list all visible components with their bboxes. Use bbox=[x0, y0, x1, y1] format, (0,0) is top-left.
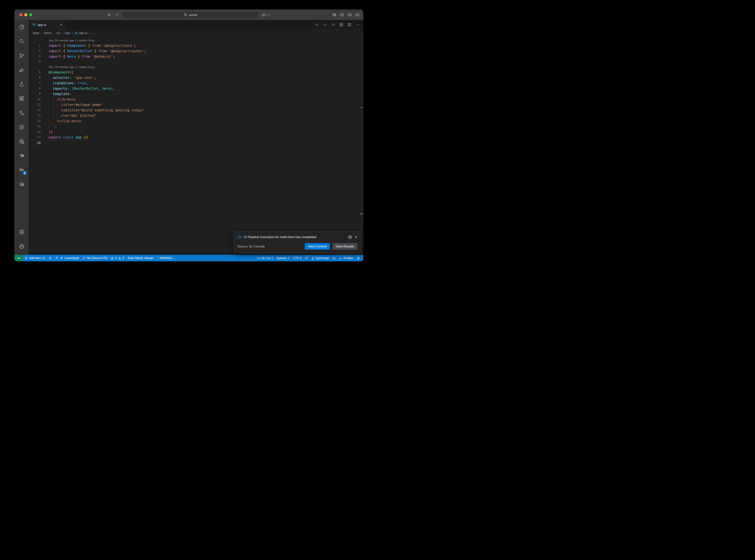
traffic-minimize-button[interactable] bbox=[24, 13, 27, 16]
notification-gear-icon[interactable] bbox=[348, 235, 352, 239]
vscode-window: acme N>2 TS app.ts ✕ apps›demo›src bbox=[15, 9, 363, 261]
status-item-problems[interactable]: 00 bbox=[109, 255, 126, 261]
code-line-11[interactable]: 11title="Welcmoe demo" bbox=[28, 102, 363, 107]
tab-close-icon[interactable]: ✕ bbox=[60, 23, 62, 26]
status-item-remote-indicator[interactable]: >< bbox=[15, 255, 23, 261]
toggle-primary-sidebar-icon[interactable] bbox=[340, 13, 344, 17]
window-controls bbox=[19, 13, 32, 16]
tab-app-ts[interactable]: TS app.ts ✕ bbox=[28, 20, 65, 29]
code-line-14[interactable]: 14></lib-hero> bbox=[28, 118, 363, 124]
toggle-panel-icon[interactable] bbox=[347, 13, 352, 17]
codelens-blame[interactable]: You, 26 minutes ago | 1 author (You) bbox=[28, 65, 363, 69]
status-item-gitlens-commit-graph[interactable] bbox=[47, 255, 54, 261]
open-previous-change-icon[interactable] bbox=[315, 23, 319, 27]
breadcrumb-item-app[interactable]: app bbox=[65, 31, 70, 35]
status-item-language-mode[interactable]: {}TypeScript bbox=[310, 255, 331, 261]
codelens-blame[interactable]: You, 26 minutes ago | 1 author (You) bbox=[28, 38, 363, 43]
status-item-indentation[interactable]: Spaces: 2 bbox=[275, 255, 291, 261]
open-next-change-icon[interactable] bbox=[331, 23, 335, 27]
breadcrumb-item-demo[interactable]: demo bbox=[44, 31, 52, 35]
braces-icon: {} bbox=[312, 256, 314, 260]
line-number: 8 bbox=[28, 86, 41, 91]
activity-item-nx-graph[interactable] bbox=[15, 120, 28, 134]
view-commit-button[interactable]: View Commit bbox=[305, 243, 330, 250]
command-center-search[interactable]: acme bbox=[122, 11, 259, 18]
code-line-4[interactable]: 4 bbox=[28, 59, 363, 65]
breadcrumb-item-appts[interactable]: TSapp.ts bbox=[75, 31, 87, 35]
activity-item-references-hierarchy[interactable] bbox=[15, 106, 28, 120]
activity-item-containers[interactable] bbox=[15, 177, 28, 192]
status-item-copilot-status[interactable] bbox=[331, 255, 337, 261]
code-line-1[interactable]: 1import { Component } from '@angular/cor… bbox=[28, 43, 363, 48]
activity-item-nx-graph-search[interactable] bbox=[15, 134, 28, 148]
status-text: TypeScript bbox=[315, 256, 329, 260]
code-line-8[interactable]: 8imports: [RouterOutlet, Hero], bbox=[28, 86, 363, 91]
breadcrumb-label: src bbox=[56, 31, 60, 35]
gutter-spacer bbox=[41, 97, 48, 102]
open-changes-icon[interactable] bbox=[323, 23, 327, 27]
code-line-13[interactable]: 13cta="Get Started" bbox=[28, 113, 363, 118]
scrollbar[interactable] bbox=[360, 37, 363, 255]
activity-bottom bbox=[15, 225, 28, 255]
back-button[interactable] bbox=[107, 13, 112, 17]
gutter-spacer bbox=[41, 129, 48, 135]
status-item-gitlens-launchpad[interactable]: Launchpad bbox=[54, 255, 81, 261]
activity-bar: N>2 bbox=[15, 20, 28, 255]
status-item-git-branch-publish[interactable]: add-hero bbox=[23, 255, 47, 261]
remote-icon: >< bbox=[18, 257, 20, 260]
activity-item-manage-settings[interactable] bbox=[15, 239, 28, 253]
overview-ruler-mark bbox=[360, 214, 363, 214]
traffic-zoom-button[interactable] bbox=[29, 13, 32, 16]
status-item-end-of-line[interactable]: LF bbox=[303, 255, 310, 261]
nx-graph-file-icon[interactable] bbox=[339, 23, 343, 27]
code-line-3[interactable]: 3import { Hero } from '@acme/ui'; bbox=[28, 54, 363, 59]
status-item-cursor-position[interactable]: Ln 18, Col 1 bbox=[255, 255, 275, 261]
activity-item-edge-devtools[interactable] bbox=[15, 148, 28, 163]
toggle-secondary-sidebar-icon[interactable] bbox=[355, 13, 359, 17]
activity-item-source-control[interactable] bbox=[15, 48, 28, 63]
code-line-10[interactable]: 10<lib-hero bbox=[28, 97, 363, 102]
status-item-auto-attach[interactable]: Auto Attach: Always bbox=[126, 255, 155, 261]
activity-item-testing[interactable] bbox=[15, 77, 28, 92]
breadcrumb-label: app.ts bbox=[79, 31, 87, 35]
code-line-16[interactable]: 16}) bbox=[28, 129, 363, 135]
activity-item-nx-console[interactable]: N>2 bbox=[15, 163, 28, 177]
breadcrumb-separator: › bbox=[54, 31, 55, 35]
activity-item-explorer[interactable] bbox=[15, 20, 28, 34]
code-line-9[interactable]: 9template: ` bbox=[28, 91, 363, 97]
status-item-prettier[interactable]: Prettier bbox=[337, 255, 355, 261]
activity-item-accounts[interactable] bbox=[15, 225, 28, 239]
notification-source: Source: Nx Console bbox=[237, 245, 302, 248]
breadcrumb-item-[interactable]: … bbox=[92, 31, 95, 35]
code-line-12[interactable]: 12subtitle="Build something amazing toda… bbox=[28, 107, 363, 113]
activity-item-run-and-debug[interactable] bbox=[15, 63, 28, 77]
code-line-18[interactable]: 18 bbox=[28, 140, 363, 145]
status-item-nx-cloud-ai-fix[interactable]: Nx Cloud AI Fix bbox=[81, 255, 109, 261]
forward-button[interactable] bbox=[115, 13, 119, 17]
breadcrumb-item-src[interactable]: src bbox=[56, 31, 60, 35]
activity-item-search[interactable] bbox=[15, 34, 28, 48]
status-item-encoding[interactable]: UTF-8 bbox=[292, 255, 303, 261]
code-line-5[interactable]: 5@Component({ bbox=[28, 69, 363, 75]
activity-item-extensions[interactable] bbox=[15, 92, 28, 106]
code-editor[interactable]: You, 26 minutes ago | 1 author (You)1imp… bbox=[28, 37, 363, 255]
code-line-17[interactable]: 17export class App {} bbox=[28, 135, 363, 140]
status-item-vim-mode[interactable]: -- NORMAL -- bbox=[155, 255, 177, 261]
customize-layout-icon[interactable] bbox=[332, 13, 336, 17]
code-line-2[interactable]: 2import { RouterOutlet } from '@angular/… bbox=[28, 48, 363, 54]
cloud-upload-icon bbox=[42, 257, 45, 260]
editor-group: TS app.ts ✕ apps›demo›src›app›TSapp.ts›…… bbox=[28, 20, 363, 255]
view-results-button[interactable]: View Results bbox=[332, 243, 357, 250]
traffic-close-button[interactable] bbox=[19, 13, 22, 16]
code-line-15[interactable]: 15`, bbox=[28, 124, 363, 129]
split-editor-icon[interactable] bbox=[347, 23, 351, 27]
notification-close-icon[interactable]: ✕ bbox=[354, 235, 357, 239]
code-line-6[interactable]: 6selector: 'app-root', bbox=[28, 75, 363, 80]
code-line-7[interactable]: 7standalone: true, bbox=[28, 80, 363, 86]
status-item-notifications-bell[interactable] bbox=[355, 255, 361, 261]
branch-icon bbox=[25, 257, 28, 260]
more-actions-icon[interactable] bbox=[356, 23, 359, 27]
status-text: LF bbox=[305, 256, 309, 260]
copilot-menu[interactable] bbox=[262, 13, 271, 17]
breadcrumb-item-apps[interactable]: apps bbox=[33, 31, 39, 35]
